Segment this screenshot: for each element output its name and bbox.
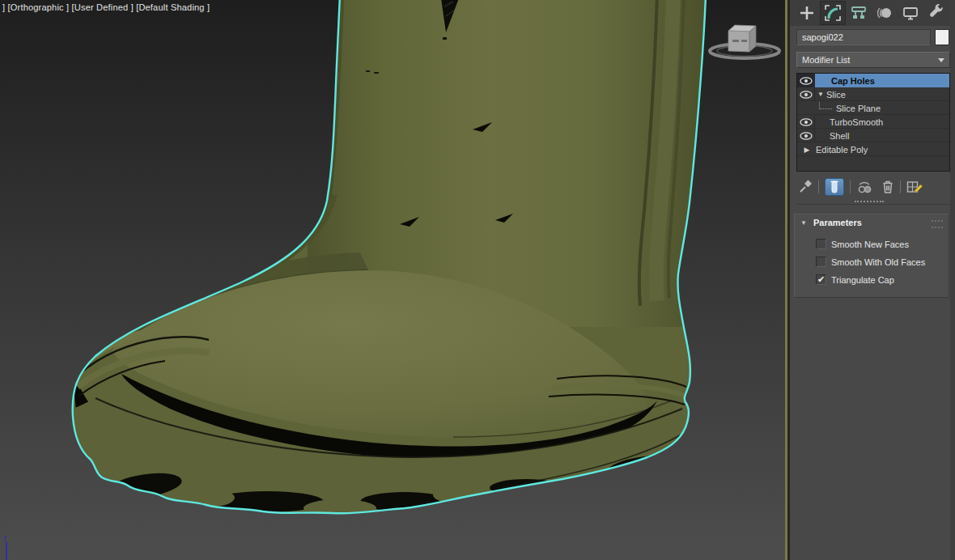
rollout-collapse-icon: ▼: [800, 219, 807, 227]
make-unique-icon: [856, 180, 874, 194]
remove-modifier-trash-icon: [881, 180, 894, 194]
eye-icon[interactable]: [797, 129, 815, 142]
tab-modify[interactable]: [821, 2, 845, 24]
eye-icon[interactable]: [797, 87, 815, 101]
expander-right-icon[interactable]: ▶: [801, 146, 813, 154]
subobject-label: Slice Plane: [836, 104, 881, 113]
rollout-grip-icon: [932, 220, 943, 228]
toolbar-separator: [900, 180, 901, 193]
modifier-label: Cap Holes: [831, 76, 875, 86]
stack-row-slice-plane[interactable]: Slice Plane: [797, 101, 949, 115]
viewport-render: z: [0, 0, 787, 560]
chevron-down-icon: [938, 58, 944, 62]
stack-row-editable-poly[interactable]: ▶ Editable Poly: [797, 142, 949, 156]
remove-modifier-button[interactable]: [881, 180, 894, 194]
configure-modifier-sets-icon: [906, 180, 923, 194]
smooth-new-faces-checkbox[interactable]: [816, 239, 826, 249]
rollout-drag-grip[interactable]: [855, 201, 884, 202]
toolbar-separator: [850, 180, 851, 193]
parameters-rollout: ▼ Parameters: [794, 214, 949, 298]
modifier-label: TurboSmooth: [830, 117, 883, 127]
checkbox-label[interactable]: Triangulate Cap: [831, 275, 894, 285]
checkbox-label[interactable]: Smooth With Old Faces: [831, 257, 925, 267]
stack-row-shell[interactable]: Shell: [797, 129, 949, 142]
modifier-stack: Cap Holes ▼ Slice Slice Plane TurboSmoot…: [796, 73, 950, 172]
motion-icon: [875, 3, 894, 23]
checkbox-row-smooth-new-faces: Smooth New Faces: [816, 239, 909, 249]
smooth-with-old-faces-checkbox[interactable]: [816, 257, 826, 267]
base-object-label: Editable Poly: [816, 145, 868, 155]
tab-display[interactable]: [898, 2, 923, 24]
toolbar-separator: [818, 180, 819, 193]
wrench-icon: [927, 3, 946, 23]
stack-row-cap-holes[interactable]: Cap Holes: [797, 74, 949, 87]
checkbox-row-triangulate-cap: ✔ Triangulate Cap: [816, 274, 894, 285]
rollout-divider: [796, 204, 950, 205]
stack-toolbar: [796, 176, 950, 197]
show-end-result-button[interactable]: [825, 178, 844, 196]
modifier-list-dropdown[interactable]: Modifier List: [796, 52, 950, 68]
triangulate-cap-checkbox[interactable]: ✔: [816, 274, 826, 285]
pin-stack-button[interactable]: [798, 180, 813, 194]
object-color-swatch[interactable]: [935, 29, 949, 45]
axis-z-label: z: [3, 534, 7, 542]
configure-modifier-sets-button[interactable]: [906, 180, 923, 194]
modifier-label: Slice: [826, 90, 846, 100]
tab-hierarchy[interactable]: [847, 2, 871, 24]
panel-scroll-strip[interactable]: [950, 0, 955, 560]
tree-branch-line: [819, 102, 832, 109]
checkbox-label[interactable]: Smooth New Faces: [831, 240, 909, 249]
parameters-rollout-header[interactable]: ▼ Parameters: [795, 214, 949, 231]
eye-icon[interactable]: [797, 74, 815, 87]
expander-down-icon[interactable]: ▼: [815, 91, 826, 98]
rollout-title: Parameters: [813, 218, 862, 227]
viewport-canvas[interactable]: z ] [Orthographic ] [User Defined ] [Def…: [0, 0, 787, 560]
tab-create[interactable]: [795, 2, 819, 24]
checkbox-row-smooth-with-old-faces: Smooth With Old Faces: [816, 257, 925, 267]
stack-row-slice[interactable]: ▼ Slice: [797, 87, 949, 101]
tab-motion[interactable]: [872, 2, 897, 24]
object-name-input[interactable]: [796, 29, 931, 45]
hierarchy-icon: [849, 3, 868, 23]
viewport-label[interactable]: ] [Orthographic ] [User Defined ] [Defau…: [2, 2, 210, 12]
show-end-result-icon: [830, 180, 839, 194]
modify-icon: [823, 3, 843, 23]
modifier-label: Shell: [830, 131, 849, 141]
pin-stack-icon: [798, 180, 813, 194]
modifier-list-label: Modifier List: [802, 55, 850, 65]
make-unique-button[interactable]: [856, 180, 874, 194]
display-monitor-icon: [901, 3, 920, 23]
plus-icon: [798, 4, 816, 22]
tab-utilities[interactable]: [924, 2, 949, 24]
stack-row-turbosmooth[interactable]: TurboSmooth: [797, 115, 949, 129]
eye-icon[interactable]: [797, 115, 815, 129]
